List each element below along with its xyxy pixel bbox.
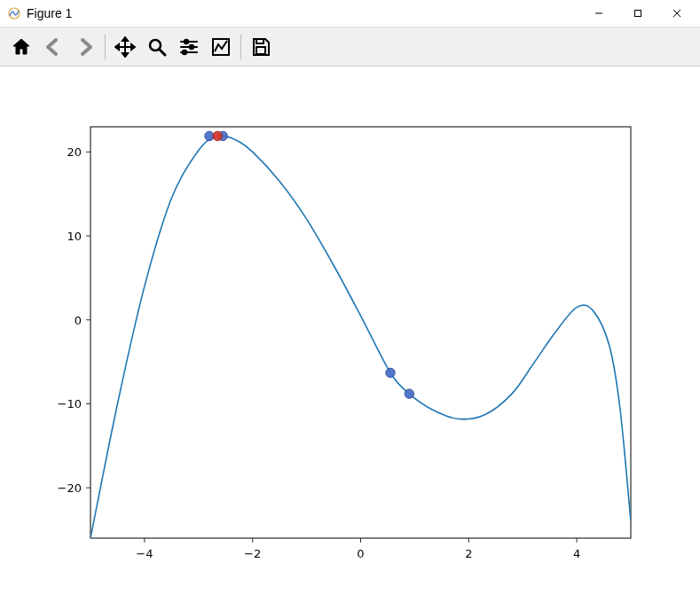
window-title: Figure 1 bbox=[27, 6, 579, 20]
y-tick-label: −10 bbox=[58, 397, 82, 410]
svg-marker-10 bbox=[131, 44, 135, 50]
svg-marker-7 bbox=[122, 37, 128, 41]
toolbar-separator bbox=[240, 35, 241, 59]
forward-icon[interactable] bbox=[69, 31, 101, 63]
close-button[interactable] bbox=[657, 1, 696, 26]
marker-red bbox=[213, 131, 222, 140]
y-tick-label: 10 bbox=[67, 230, 82, 243]
plot-area[interactable]: −4−2024 −20−1001020 bbox=[0, 66, 700, 594]
subplots-icon[interactable] bbox=[173, 31, 205, 63]
function-curve bbox=[90, 136, 631, 538]
svg-point-16 bbox=[190, 44, 193, 48]
svg-point-14 bbox=[185, 39, 188, 43]
titlebar: Figure 1 bbox=[0, 0, 700, 27]
minimize-button[interactable] bbox=[579, 1, 618, 26]
svg-rect-21 bbox=[256, 47, 265, 54]
zoom-icon[interactable] bbox=[141, 31, 173, 63]
y-tick-label: 20 bbox=[67, 145, 82, 159]
toolbar bbox=[0, 27, 700, 66]
x-tick-label: −4 bbox=[136, 547, 153, 560]
x-tick-label: 4 bbox=[573, 547, 580, 560]
svg-marker-8 bbox=[122, 53, 128, 57]
x-tick-label: −2 bbox=[244, 547, 261, 560]
svg-rect-22 bbox=[90, 127, 631, 538]
marker-blue bbox=[386, 368, 395, 377]
pan-icon[interactable] bbox=[109, 31, 141, 63]
svg-rect-2 bbox=[635, 11, 641, 17]
maximize-button[interactable] bbox=[618, 1, 657, 26]
window-controls bbox=[579, 1, 696, 26]
marker-blue bbox=[405, 389, 413, 398]
y-tick-label: 0 bbox=[75, 314, 82, 327]
toolbar-separator bbox=[105, 35, 106, 59]
x-tick-label: 2 bbox=[465, 547, 472, 560]
save-icon[interactable] bbox=[245, 31, 277, 63]
svg-point-18 bbox=[183, 50, 186, 53]
axes-icon[interactable] bbox=[205, 31, 237, 63]
home-icon[interactable] bbox=[5, 31, 37, 63]
x-tick-label: 0 bbox=[357, 547, 364, 560]
svg-marker-9 bbox=[115, 44, 119, 50]
app-icon bbox=[7, 6, 21, 20]
y-tick-label: −20 bbox=[58, 481, 82, 495]
svg-line-12 bbox=[160, 50, 165, 55]
back-icon[interactable] bbox=[37, 31, 69, 63]
svg-rect-20 bbox=[256, 39, 263, 43]
